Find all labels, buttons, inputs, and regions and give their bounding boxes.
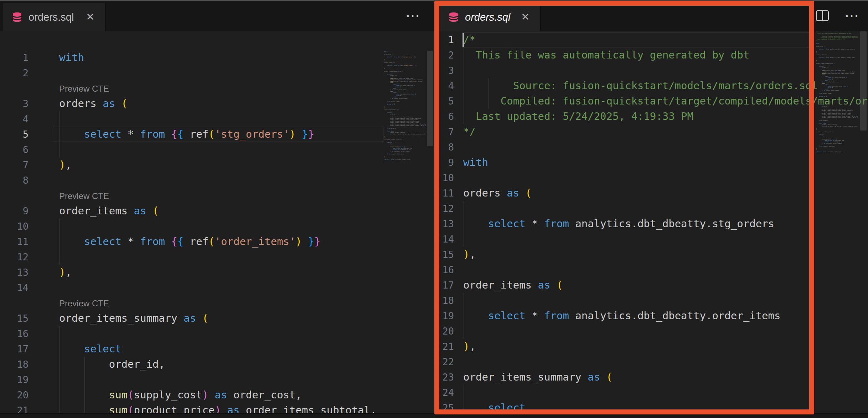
code-line[interactable]: 7), (0, 157, 383, 173)
code-text: sum(product_price) as order_items_subtot… (29, 403, 377, 413)
code-line[interactable]: 18 (434, 293, 868, 308)
code-line[interactable]: 16 (0, 326, 383, 341)
code-line[interactable]: 21 sum(product_price) as order_items_sub… (0, 403, 383, 413)
code-text (29, 173, 59, 188)
line-number: 14 (0, 280, 29, 295)
codelens-row: Preview CTE (0, 295, 383, 311)
code-line[interactable]: 7*/ (434, 124, 868, 139)
code-line[interactable]: 2 This file was automatically generated … (434, 47, 868, 63)
code-text (29, 372, 59, 387)
line-number: 16 (0, 326, 29, 341)
code-line[interactable]: 14 (0, 280, 383, 295)
code-line[interactable]: 5 select * from {{ ref('stg_orders') }} (0, 127, 383, 142)
line-number: 2 (434, 47, 454, 63)
code-line[interactable]: 21), (434, 339, 868, 354)
codelens-preview-cte[interactable]: Preview CTE (29, 188, 109, 203)
code-line[interactable]: 19 select * from analytics.dbt_dbeatty.o… (434, 308, 868, 323)
code-line[interactable]: 23order_items_summary as ( (434, 369, 868, 385)
code-text: select * from analytics.dbt_dbeatty.orde… (454, 308, 780, 323)
close-icon[interactable]: ✕ (85, 11, 96, 24)
code-line[interactable]: 22 (434, 354, 868, 369)
code-line[interactable]: 14 (434, 231, 868, 247)
code-area[interactable]: 1with2Preview CTE3orders as (45 select *… (0, 50, 383, 413)
text-cursor (463, 33, 464, 47)
line-number: 7 (0, 157, 29, 173)
code-line[interactable]: 12 (434, 201, 868, 216)
code-text (454, 139, 463, 155)
code-text: Source: fusion-quickstart/models/marts/o… (454, 78, 818, 93)
code-line[interactable]: 9order_items as ( (0, 203, 383, 219)
code-line[interactable]: 13), (0, 265, 383, 280)
code-line[interactable]: 19 (0, 372, 383, 387)
tab-orders-sql[interactable]: orders.sql ✕ (3, 3, 105, 31)
code-text: select * from analytics.dbt_dbeatty.stg_… (454, 216, 774, 231)
code-line[interactable]: 18 order_id, (0, 357, 383, 372)
codelens-preview-cte[interactable]: Preview CTE (29, 295, 109, 311)
code-text: order_items as ( (454, 277, 563, 293)
code-line[interactable]: 5 Compiled: fusion-quickstart/target/com… (434, 93, 868, 109)
more-actions-icon[interactable]: ⋯ (844, 0, 860, 31)
code-line[interactable]: 15order_items_summary as ( (0, 311, 383, 326)
line-number: 8 (0, 173, 29, 188)
line-number: 22 (434, 354, 454, 369)
code-line[interactable]: 20 (434, 323, 868, 339)
more-actions-icon[interactable]: ⋯ (405, 0, 421, 31)
line-number: 24 (434, 385, 454, 400)
line-number: 5 (0, 127, 29, 142)
code-line[interactable]: 20 sum(supply_cost) as order_cost, (0, 387, 383, 403)
line-number: 25 (434, 400, 454, 413)
code-line[interactable]: 2 (0, 65, 383, 81)
code-area[interactable]: 1/*2 This file was automatically generat… (434, 32, 868, 413)
code-line[interactable]: 6 (0, 142, 383, 157)
right-editor-group: orders.sql ✕ ⋯ 1/*2 This file was automa… (434, 0, 868, 413)
source-editor[interactable]: 1with2Preview CTE3orders as (45 select *… (0, 31, 434, 413)
line-number: 6 (434, 109, 454, 124)
line-number: 7 (434, 124, 454, 139)
scrollbar-thumb[interactable] (427, 51, 433, 146)
code-line[interactable]: 4 Source: fusion-quickstart/models/marts… (434, 78, 868, 93)
code-line[interactable]: 8 (0, 173, 383, 188)
code-text: select * from {{ ref('order_items') }} (29, 234, 320, 249)
code-line[interactable]: 1with (0, 50, 383, 65)
close-icon[interactable]: ✕ (520, 11, 531, 24)
code-text (29, 111, 59, 127)
code-line[interactable]: 1/* (434, 32, 868, 47)
code-line[interactable]: 12 (0, 249, 383, 265)
code-text: /* (454, 32, 476, 47)
split-editor-icon[interactable] (816, 10, 829, 21)
line-number: 12 (0, 249, 29, 265)
line-number: 1 (0, 50, 29, 65)
code-line[interactable]: 3orders as ( (0, 96, 383, 111)
code-line[interactable]: 13 select * from analytics.dbt_dbeatty.s… (434, 216, 868, 231)
line-number: 4 (434, 78, 454, 93)
minimap[interactable]: with orders as ( select * from {{ ref('s… (384, 51, 426, 407)
line-number: 9 (0, 203, 29, 219)
code-line[interactable]: 17 select (0, 341, 383, 357)
code-text: select (29, 341, 122, 357)
line-number: 10 (0, 219, 29, 234)
code-line[interactable]: 6 Last updated: 5/24/2025, 4:19:33 PM (434, 109, 868, 124)
codelens-preview-cte[interactable]: Preview CTE (29, 81, 109, 96)
code-text: orders as ( (454, 185, 532, 201)
code-line[interactable]: 24 (434, 385, 868, 400)
code-line[interactable]: 4 (0, 111, 383, 127)
code-text: Last updated: 5/24/2025, 4:19:33 PM (454, 109, 693, 124)
code-text (454, 201, 463, 216)
line-number: 20 (434, 323, 454, 339)
line-number: 2 (0, 65, 29, 81)
code-line[interactable]: 10 (0, 219, 383, 234)
code-text: Compiled: fusion-quickstart/target/compi… (454, 93, 868, 109)
code-line[interactable]: 8 (434, 139, 868, 155)
code-line[interactable]: 17order_items as ( (434, 277, 868, 293)
code-line[interactable]: 16 (434, 262, 868, 277)
tab-orders-sql-preview[interactable]: orders.sql ✕ (439, 3, 541, 31)
code-line[interactable]: 25 select (434, 400, 868, 413)
code-line[interactable]: 9with (434, 155, 868, 170)
code-line[interactable]: 3 (434, 63, 868, 78)
code-line[interactable]: 11orders as ( (434, 185, 868, 201)
code-line[interactable]: 11 select * from {{ ref('order_items') }… (0, 234, 383, 249)
code-line[interactable]: 15), (434, 247, 868, 262)
left-tab-bar: orders.sql ✕ ⋯ (0, 0, 434, 31)
compiled-preview-editor[interactable]: 1/*2 This file was automatically generat… (434, 31, 868, 413)
code-line[interactable]: 10 (434, 170, 868, 185)
